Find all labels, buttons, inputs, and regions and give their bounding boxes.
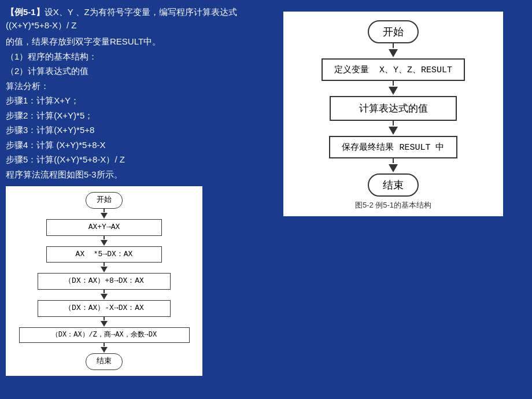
- text-line-2: （1）程序的基本结构：: [6, 49, 254, 64]
- fc-small-node-start: 开始: [86, 192, 123, 209]
- text-line-1: 的值，结果存放到双字变量RESULT中。: [6, 34, 254, 49]
- fc-small-node-1: AX+Y→AX: [46, 219, 162, 236]
- lfc-node-define: 定义变量 X、Y、Z、RESULT: [322, 58, 465, 81]
- lfc-node-start: 开始: [368, 20, 419, 43]
- fc-small-node-3: （DX：AX）+8→DX：AX: [38, 273, 171, 290]
- fc-small-node-4: （DX：AX）-X→DX：AX: [38, 300, 171, 317]
- text-line-5: 步骤1：计算X+Y；: [6, 93, 254, 108]
- title-bracket: 【例5-1】: [6, 7, 45, 17]
- large-flowchart: 开始 定义变量 X、Y、Z、RESULT 计算表达式的值 保存最终结果 RESU…: [283, 12, 503, 216]
- text-line-8: 步骤4：计算 (X+Y)*5+8-X: [6, 138, 254, 153]
- main-container: 【例5-1】设X、Y 、Z为有符号字变量，编写程序计算表达式 ((X+Y)*5+…: [0, 0, 532, 399]
- lfc-node-calc: 计算表达式的值: [330, 96, 457, 121]
- fc-small-node-5: （DX：AX）/Z，商→AX，余数→DX: [19, 327, 190, 343]
- title-line: 【例5-1】设X、Y 、Z为有符号字变量，编写程序计算表达式 ((X+Y)*5+…: [6, 6, 254, 32]
- large-flowchart-caption: 图5-2 例5-1的基本结构: [355, 200, 431, 210]
- small-flowchart: 开始 AX+Y→AX AX *5→DX：AX （DX：AX）+8→DX：AX （…: [6, 186, 202, 376]
- text-line-9: 步骤5：计算((X+Y)*5+8-X）/ Z: [6, 152, 254, 167]
- text-line-4: 算法分析：: [6, 79, 254, 94]
- lfc-node-save: 保存最终结果 RESULT 中: [329, 136, 457, 158]
- text-line-3: （2）计算表达式的值: [6, 64, 254, 79]
- text-line-6: 步骤2：计算(X+Y)*5；: [6, 108, 254, 123]
- fc-small-node-end: 结束: [86, 353, 123, 370]
- lfc-node-end: 结束: [368, 173, 419, 197]
- left-panel: 【例5-1】设X、Y 、Z为有符号字变量，编写程序计算表达式 ((X+Y)*5+…: [6, 6, 254, 393]
- right-panel: 开始 定义变量 X、Y、Z、RESULT 计算表达式的值 保存最终结果 RESU…: [260, 6, 526, 393]
- text-line-10: 程序算法流程图如图5-3所示。: [6, 167, 254, 182]
- text-block: 的值，结果存放到双字变量RESULT中。 （1）程序的基本结构： （2）计算表达…: [6, 34, 254, 182]
- text-line-7: 步骤3：计算(X+Y)*5+8: [6, 123, 254, 138]
- fc-small-node-2: AX *5→DX：AX: [46, 246, 162, 263]
